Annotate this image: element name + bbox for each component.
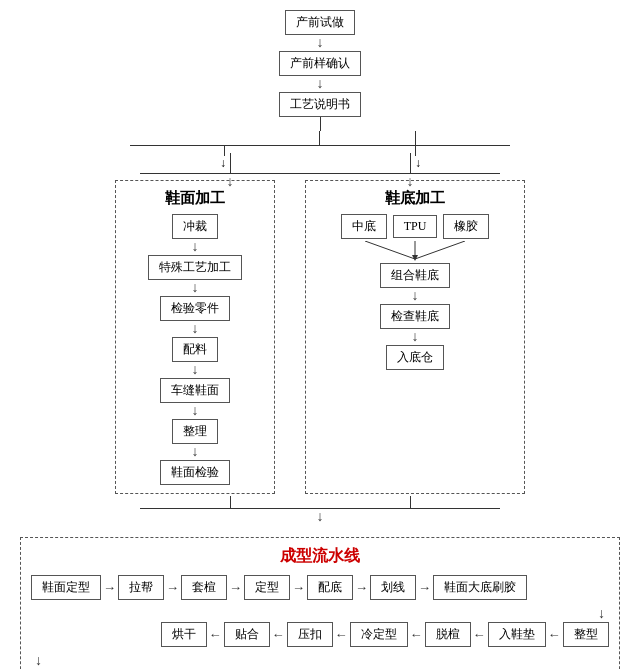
al-r1-5: 划线 [370, 575, 416, 600]
step-试做: 产前试做 [285, 10, 355, 35]
al-r2-0: 整型 [563, 622, 609, 647]
al-r2-2: 脱楦 [425, 622, 471, 647]
step-说明书: 工艺说明书 [279, 92, 361, 117]
al-r2-1: 入鞋垫 [488, 622, 546, 647]
sole-check: 检查鞋底 [380, 304, 450, 329]
arrow-1: ↓ [317, 35, 324, 51]
step-样确认: 产前样确认 [279, 51, 361, 76]
sole-title: 鞋底加工 [385, 189, 445, 208]
svg-line-2 [415, 241, 465, 259]
upper-step-0: 冲裁 [172, 214, 218, 239]
al-r1-1: 拉帮 [118, 575, 164, 600]
top-flow-section: 产前试做 ↓ 产前样确认 ↓ 工艺说明书 ↓ ↓ [0, 10, 640, 171]
upper-step-5: 整理 [172, 419, 218, 444]
sole-top-2: 橡胶 [443, 214, 489, 239]
upper-step-3: 配料 [172, 337, 218, 362]
arrow-2: ↓ [317, 76, 324, 92]
sole-store: 入底仓 [386, 345, 444, 370]
upper-step-4: 车缝鞋面 [160, 378, 230, 403]
al-r2-6: 烘干 [161, 622, 207, 647]
assembly-row-2: 整型 → 入鞋垫 → 脱楦 → 冷定型 → 压扣 → 贴合 → 烘干 [31, 622, 609, 647]
split-section: 鞋面加工 冲裁 ↓ 特殊工艺加工 ↓ 检验零件 ↓ 配料 ↓ 车缝鞋面 ↓ 整理… [0, 180, 640, 494]
sole-top-0: 中底 [341, 214, 387, 239]
al-r1-0: 鞋面定型 [31, 575, 101, 600]
assembly-row-1: 鞋面定型 → 拉帮 → 套楦 → 定型 → 配底 → 划线 → 鞋面大底刷胶 [31, 575, 609, 600]
al-r1-2: 套楦 [181, 575, 227, 600]
svg-line-0 [365, 241, 415, 259]
shoe-upper-section: 鞋面加工 冲裁 ↓ 特殊工艺加工 ↓ 检验零件 ↓ 配料 ↓ 车缝鞋面 ↓ 整理… [115, 180, 275, 494]
al-r2-4: 压扣 [287, 622, 333, 647]
assembly-line-section: 成型流水线 鞋面定型 → 拉帮 → 套楦 → 定型 → 配底 → 划线 → 鞋面… [20, 537, 620, 669]
upper-title: 鞋面加工 [165, 189, 225, 208]
shoe-sole-section: 鞋底加工 中底 TPU 橡胶 组合鞋底 ↓ 检查鞋底 ↓ 入底仓 [305, 180, 525, 494]
al-r1-4: 配底 [307, 575, 353, 600]
upper-step-1: 特殊工艺加工 [148, 255, 242, 280]
al-r1-6: 鞋面大底刷胶 [433, 575, 527, 600]
upper-step-2: 检验零件 [160, 296, 230, 321]
upper-step-6: 鞋面检验 [160, 460, 230, 485]
assembly-title: 成型流水线 [31, 546, 609, 567]
al-r1-3: 定型 [244, 575, 290, 600]
al-r2-3: 冷定型 [350, 622, 408, 647]
sole-combine: 组合鞋底 [380, 263, 450, 288]
sole-top-1: TPU [393, 215, 438, 238]
al-r2-5: 贴合 [224, 622, 270, 647]
